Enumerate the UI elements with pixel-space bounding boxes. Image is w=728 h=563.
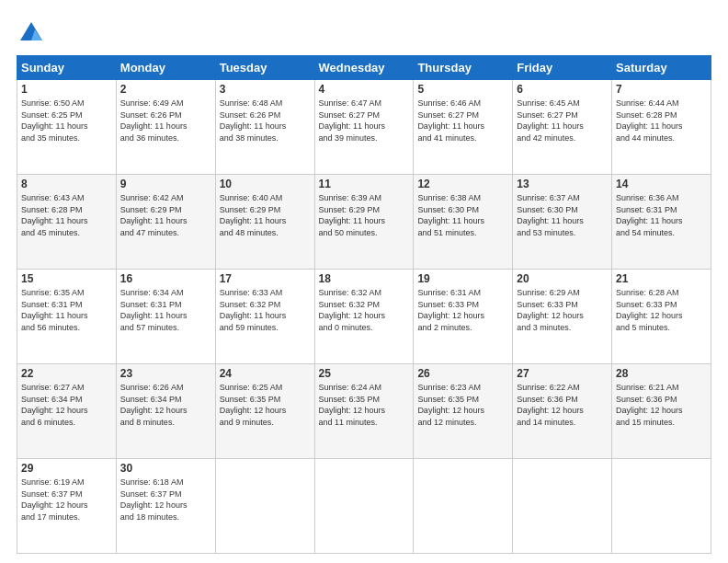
day-number: 26 [417,367,508,380]
calendar-cell-day-12: 12Sunrise: 6:38 AMSunset: 6:30 PMDayligh… [414,175,513,270]
calendar-cell-day-16: 16Sunrise: 6:34 AMSunset: 6:31 PMDayligh… [116,270,215,364]
calendar-cell-day-24: 24Sunrise: 6:25 AMSunset: 6:35 PMDayligh… [215,364,314,459]
cell-content: Sunrise: 6:29 AMSunset: 6:33 PMDaylight:… [517,287,608,333]
day-number: 4 [319,83,410,96]
calendar-week-row: 22Sunrise: 6:27 AMSunset: 6:34 PMDayligh… [17,364,711,459]
calendar-cell-day-3: 3Sunrise: 6:48 AMSunset: 6:26 PMDaylight… [215,80,314,175]
day-number: 5 [417,83,508,96]
col-header-friday: Friday [513,56,612,80]
cell-content: Sunrise: 6:19 AMSunset: 6:37 PMDaylight:… [21,477,112,523]
day-number: 19 [417,272,508,285]
col-header-thursday: Thursday [414,56,513,80]
day-number: 7 [616,83,707,96]
calendar-week-row: 29Sunrise: 6:19 AMSunset: 6:37 PMDayligh… [17,459,711,554]
day-number: 21 [616,272,707,285]
day-number: 9 [120,178,211,190]
cell-content: Sunrise: 6:35 AMSunset: 6:31 PMDaylight:… [21,287,112,333]
calendar-header-row: SundayMondayTuesdayWednesdayThursdayFrid… [17,56,711,80]
calendar-cell-day-26: 26Sunrise: 6:23 AMSunset: 6:35 PMDayligh… [414,364,513,459]
cell-content: Sunrise: 6:36 AMSunset: 6:31 PMDaylight:… [616,192,707,238]
empty-cell [414,459,513,554]
day-number: 30 [120,462,211,475]
logo-icon [18,20,44,46]
calendar-cell-day-19: 19Sunrise: 6:31 AMSunset: 6:33 PMDayligh… [414,270,513,364]
day-number: 22 [21,367,112,380]
calendar-cell-day-20: 20Sunrise: 6:29 AMSunset: 6:33 PMDayligh… [513,270,612,364]
empty-cell [215,459,314,554]
cell-content: Sunrise: 6:32 AMSunset: 6:32 PMDaylight:… [319,287,410,333]
day-number: 23 [120,367,211,380]
empty-cell [314,459,414,554]
day-number: 28 [616,367,707,380]
day-number: 6 [517,83,608,96]
day-number: 2 [120,83,211,96]
header [17,17,711,46]
cell-content: Sunrise: 6:23 AMSunset: 6:35 PMDaylight:… [417,382,508,428]
cell-content: Sunrise: 6:18 AMSunset: 6:37 PMDaylight:… [120,477,211,523]
calendar-cell-day-17: 17Sunrise: 6:33 AMSunset: 6:32 PMDayligh… [215,270,314,364]
day-number: 14 [616,178,707,190]
calendar-cell-day-13: 13Sunrise: 6:37 AMSunset: 6:30 PMDayligh… [513,175,612,270]
day-number: 25 [319,367,410,380]
day-number: 17 [220,272,311,285]
cell-content: Sunrise: 6:38 AMSunset: 6:30 PMDaylight:… [417,192,508,238]
cell-content: Sunrise: 6:40 AMSunset: 6:29 PMDaylight:… [220,192,311,238]
cell-content: Sunrise: 6:24 AMSunset: 6:35 PMDaylight:… [319,382,410,428]
day-number: 18 [319,272,410,285]
cell-content: Sunrise: 6:26 AMSunset: 6:34 PMDaylight:… [120,382,211,428]
cell-content: Sunrise: 6:37 AMSunset: 6:30 PMDaylight:… [517,192,608,238]
day-number: 20 [517,272,608,285]
day-number: 11 [319,178,410,190]
calendar-cell-day-22: 22Sunrise: 6:27 AMSunset: 6:34 PMDayligh… [17,364,117,459]
calendar-cell-day-6: 6Sunrise: 6:45 AMSunset: 6:27 PMDaylight… [513,80,612,175]
cell-content: Sunrise: 6:42 AMSunset: 6:29 PMDaylight:… [120,192,211,238]
calendar-cell-day-15: 15Sunrise: 6:35 AMSunset: 6:31 PMDayligh… [17,270,117,364]
day-number: 8 [21,178,112,190]
calendar-table: SundayMondayTuesdayWednesdayThursdayFrid… [17,55,711,554]
col-header-monday: Monday [116,56,215,80]
calendar-cell-day-29: 29Sunrise: 6:19 AMSunset: 6:37 PMDayligh… [17,459,117,554]
empty-cell [513,459,612,554]
calendar-cell-day-1: 1Sunrise: 6:50 AMSunset: 6:25 PMDaylight… [17,80,117,175]
calendar-cell-day-5: 5Sunrise: 6:46 AMSunset: 6:27 PMDaylight… [414,80,513,175]
calendar-cell-day-23: 23Sunrise: 6:26 AMSunset: 6:34 PMDayligh… [116,364,215,459]
calendar-cell-day-7: 7Sunrise: 6:44 AMSunset: 6:28 PMDaylight… [612,80,711,175]
cell-content: Sunrise: 6:34 AMSunset: 6:31 PMDaylight:… [120,287,211,333]
cell-content: Sunrise: 6:31 AMSunset: 6:33 PMDaylight:… [417,287,508,333]
calendar-week-row: 1Sunrise: 6:50 AMSunset: 6:25 PMDaylight… [17,80,711,175]
col-header-wednesday: Wednesday [314,56,414,80]
day-number: 10 [220,178,311,190]
day-number: 12 [417,178,508,190]
calendar-week-row: 8Sunrise: 6:43 AMSunset: 6:28 PMDaylight… [17,175,711,270]
cell-content: Sunrise: 6:33 AMSunset: 6:32 PMDaylight:… [220,287,311,333]
empty-cell [612,459,711,554]
calendar-cell-day-28: 28Sunrise: 6:21 AMSunset: 6:36 PMDayligh… [612,364,711,459]
day-number: 3 [220,83,311,96]
cell-content: Sunrise: 6:49 AMSunset: 6:26 PMDaylight:… [120,98,211,144]
col-header-saturday: Saturday [612,56,711,80]
calendar-week-row: 15Sunrise: 6:35 AMSunset: 6:31 PMDayligh… [17,270,711,364]
cell-content: Sunrise: 6:50 AMSunset: 6:25 PMDaylight:… [21,98,112,144]
day-number: 24 [220,367,311,380]
calendar-cell-day-4: 4Sunrise: 6:47 AMSunset: 6:27 PMDaylight… [314,80,414,175]
day-number: 1 [21,83,112,96]
day-number: 13 [517,178,608,190]
day-number: 16 [120,272,211,285]
cell-content: Sunrise: 6:46 AMSunset: 6:27 PMDaylight:… [417,98,508,144]
cell-content: Sunrise: 6:27 AMSunset: 6:34 PMDaylight:… [21,382,112,428]
col-header-tuesday: Tuesday [215,56,314,80]
day-number: 29 [21,462,112,475]
cell-content: Sunrise: 6:39 AMSunset: 6:29 PMDaylight:… [319,192,410,238]
cell-content: Sunrise: 6:44 AMSunset: 6:28 PMDaylight:… [616,98,707,144]
calendar-cell-day-14: 14Sunrise: 6:36 AMSunset: 6:31 PMDayligh… [612,175,711,270]
calendar-cell-day-18: 18Sunrise: 6:32 AMSunset: 6:32 PMDayligh… [314,270,414,364]
calendar-cell-day-30: 30Sunrise: 6:18 AMSunset: 6:37 PMDayligh… [116,459,215,554]
cell-content: Sunrise: 6:48 AMSunset: 6:26 PMDaylight:… [220,98,311,144]
calendar-cell-day-8: 8Sunrise: 6:43 AMSunset: 6:28 PMDaylight… [17,175,117,270]
cell-content: Sunrise: 6:45 AMSunset: 6:27 PMDaylight:… [517,98,608,144]
cell-content: Sunrise: 6:22 AMSunset: 6:36 PMDaylight:… [517,382,608,428]
day-number: 27 [517,367,608,380]
cell-content: Sunrise: 6:21 AMSunset: 6:36 PMDaylight:… [616,382,707,428]
cell-content: Sunrise: 6:47 AMSunset: 6:27 PMDaylight:… [319,98,410,144]
calendar-cell-day-2: 2Sunrise: 6:49 AMSunset: 6:26 PMDaylight… [116,80,215,175]
